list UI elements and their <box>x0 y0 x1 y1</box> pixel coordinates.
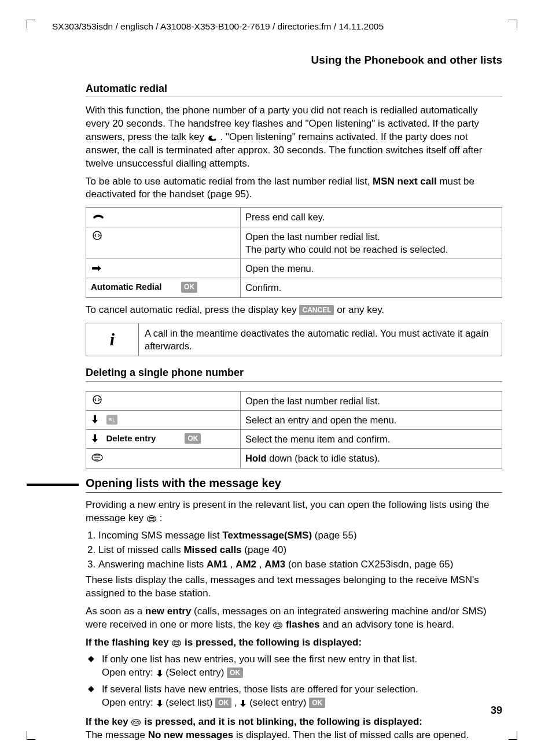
step-icon-cell: ≡↓ <box>86 410 241 429</box>
arrow-down-icon <box>156 669 163 677</box>
crop-mark <box>27 20 35 28</box>
text: If only one list has new entries, you wi… <box>102 654 417 665</box>
text: Open entry: <box>102 697 156 708</box>
step-desc: Open the last number redial list. <box>241 391 502 410</box>
text-bold: No new messages <box>148 729 233 740</box>
arrow-right-icon <box>91 264 102 272</box>
text: (select list) <box>165 697 215 708</box>
step-icon-cell <box>86 391 241 410</box>
redial-key-icon <box>91 230 104 241</box>
list-item: If several lists have new entries, those… <box>86 683 502 710</box>
step-icon-cell <box>86 208 241 227</box>
list-item: List of missed calls Missed calls (page … <box>98 544 502 557</box>
ok-softkey: OK <box>185 433 201 444</box>
cancel-redial-note: To cancel automatic redial, press the di… <box>86 304 502 317</box>
text: (Select entry) <box>165 667 227 678</box>
message-key-icon <box>273 621 283 629</box>
info-box: i A call in the meantime deactivates the… <box>86 323 502 357</box>
text: , <box>234 697 240 708</box>
text-bold: If the flashing key <box>86 637 171 648</box>
table-row: Delete entry OK Select the menu item and… <box>86 430 502 449</box>
text: : <box>160 512 163 523</box>
table-row: ≡↓ Select an entry and open the menu. <box>86 410 502 429</box>
text: , <box>259 559 264 570</box>
text-bold: is pressed, the following is displayed: <box>185 637 362 648</box>
text-bold: Textmessage(SMS) <box>222 530 312 541</box>
message-key-icon <box>131 718 141 727</box>
text: Open entry: <box>102 667 156 678</box>
menu-label: Automatic Redial <box>91 282 162 292</box>
redial-key-icon <box>91 394 104 405</box>
arrow-down-icon <box>91 415 99 424</box>
step-desc: Confirm. <box>241 278 502 297</box>
section-title: Using the Phonebook and other lists <box>39 53 502 68</box>
table-row: Open the last number redial list. <box>86 391 502 410</box>
ok-softkey: OK <box>227 668 243 678</box>
info-icon: i <box>86 323 139 356</box>
text: or any key. <box>337 304 384 315</box>
auto-redial-p1: With this function, the phone number of … <box>86 104 502 171</box>
condition-1-heading: If the flashing key is pressed, the foll… <box>86 636 502 650</box>
info-text: A call in the meantime deactivates the a… <box>139 323 502 356</box>
page: SX303/353isdn / englisch / A31008-X353-B… <box>0 0 552 756</box>
automatic-redial-heading: Automatic redial <box>86 82 502 97</box>
content-area: Automatic redial With this function, the… <box>86 82 502 742</box>
opening-p2: These lists display the calls, messages … <box>86 574 502 600</box>
step-desc: Select the menu item and confirm. <box>241 430 502 449</box>
step-icon-cell <box>86 259 241 278</box>
table-row: Open the last number redial list. The pa… <box>86 227 502 259</box>
step-desc: Hold down (back to idle status). <box>241 449 502 468</box>
condition-2-heading: If the key is pressed, and it is not bli… <box>86 716 502 742</box>
menu-label: Delete entry <box>106 433 156 443</box>
list-item: Incoming SMS message list Textmessage(SM… <box>98 529 502 543</box>
list-item: If only one list has new entries, you wi… <box>86 653 502 680</box>
crop-mark <box>509 731 517 740</box>
text: (select entry) <box>249 697 309 708</box>
ok-softkey: OK <box>181 282 197 292</box>
text: Incoming SMS message list <box>98 530 222 541</box>
auto-redial-steps-table: Press end call key. Open the last number… <box>86 207 502 297</box>
end-call-icon <box>91 212 106 221</box>
opening-intro: Providing a new entry is present in the … <box>86 499 502 525</box>
table-row: Open the menu. <box>86 259 502 278</box>
message-key-icon <box>171 639 182 647</box>
text-bold: new entry <box>145 606 191 617</box>
lists-enumeration: Incoming SMS message list Textmessage(SM… <box>86 529 502 571</box>
talk-key-icon <box>207 134 218 142</box>
delete-single-heading: Deleting a single phone number <box>86 366 502 381</box>
menu-softkey-icon: ≡↓ <box>106 415 118 425</box>
text-bold: AM2 <box>235 559 256 570</box>
step-label-cell: Delete entry OK <box>86 430 241 449</box>
opening-p3: As soon as a new entry (calls, messages … <box>86 605 502 632</box>
text: If several lists have new entries, those… <box>102 684 418 695</box>
text-bold: AM3 <box>264 559 285 570</box>
message-key-icon <box>146 515 157 523</box>
arrow-down-icon <box>156 699 163 707</box>
text-bold: MSN next call <box>373 176 437 187</box>
text: To be able to use automatic redial from … <box>86 176 373 187</box>
opening-lists-heading: Opening lists with the message key <box>86 475 502 493</box>
cancel-softkey: CANCEL <box>299 305 334 315</box>
step-icon-cell <box>86 449 241 468</box>
text-bold: is pressed, and it is not blinking, the … <box>144 716 422 727</box>
text-bold: If the key <box>86 716 131 727</box>
text-bold: flashes <box>286 619 320 630</box>
text: , <box>230 559 235 570</box>
text: (page 40) <box>244 544 286 555</box>
doc-header-path: SX303/353isdn / englisch / A31008-X353-B… <box>52 21 513 33</box>
svg-point-1 <box>93 396 101 404</box>
step-desc: Select an entry and open the menu. <box>241 410 502 429</box>
page-number: 39 <box>491 703 502 717</box>
text: As soon as a <box>86 606 145 617</box>
text: down (back to idle status). <box>269 453 380 463</box>
step-label-cell: Automatic Redial OK <box>86 278 241 297</box>
text-bold: AM1 <box>207 559 227 570</box>
table-row: Automatic Redial OK Confirm. <box>86 278 502 297</box>
arrow-down-icon <box>240 699 246 707</box>
text: To cancel automatic redial, press the di… <box>86 304 299 315</box>
step-desc: Press end call key. <box>241 208 502 227</box>
delete-single-steps-table: Open the last number redial list. ≡↓ Sel… <box>86 391 502 469</box>
text: List of missed calls <box>98 544 183 555</box>
arrow-down-icon <box>91 434 99 443</box>
text-bold: Hold <box>245 453 267 463</box>
